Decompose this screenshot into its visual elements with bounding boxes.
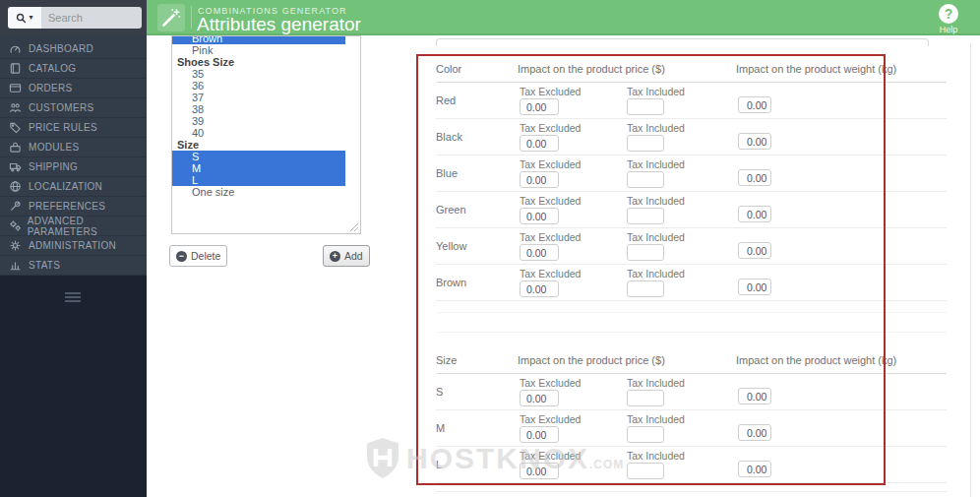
list-item[interactable]: S <box>172 151 345 162</box>
sidebar-item-stats[interactable]: STATS <box>0 256 147 276</box>
tax-excluded-input[interactable] <box>520 135 559 152</box>
search-input[interactable] <box>41 7 142 29</box>
tax-excluded-input[interactable] <box>520 98 559 115</box>
tax-excluded-input[interactable] <box>520 208 559 224</box>
sidebar-item-price-rules[interactable]: PRICE RULES <box>0 118 147 138</box>
weight-impact-input[interactable] <box>738 461 771 477</box>
tax-excluded-input[interactable] <box>520 171 559 188</box>
weight-impact-input[interactable] <box>738 279 771 295</box>
price-rules-icon <box>9 121 24 134</box>
sidebar-item-administration[interactable]: ADMINISTRATION <box>0 236 147 256</box>
tax-excluded-label: Tax Excluded <box>520 231 581 243</box>
price-impact-column-header: Impact on the product price ($) <box>518 347 665 374</box>
tax-excluded-input[interactable] <box>520 463 559 479</box>
tax-included-input[interactable] <box>627 98 664 115</box>
tax-included-input[interactable] <box>627 426 664 443</box>
tax-included-input[interactable] <box>627 244 664 261</box>
list-item[interactable]: 35 <box>172 68 345 80</box>
list-item[interactable]: Pink <box>172 44 345 56</box>
header-divider <box>191 6 192 29</box>
weight-impact-column-header: Impact on the product weight (kg) <box>736 56 896 83</box>
delete-button[interactable]: − Delete <box>169 245 227 267</box>
sidebar-item-label: MODULES <box>29 142 80 153</box>
orders-icon <box>9 82 24 94</box>
sidebar-item-orders[interactable]: ORDERS <box>0 79 147 98</box>
sidebar-item-advanced-parameters[interactable]: ADVANCED PARAMETERS <box>0 217 147 236</box>
collapse-menu-icon[interactable] <box>65 292 81 304</box>
modules-icon <box>9 141 24 154</box>
tax-included-input[interactable] <box>627 171 664 188</box>
search-icon <box>16 13 27 24</box>
sidebar-item-catalog[interactable]: CATALOG <box>0 59 147 79</box>
table-row: YellowTax ExcludedTax Included <box>436 228 947 265</box>
tax-included-input[interactable] <box>627 135 664 152</box>
tax-excluded-input[interactable] <box>520 426 559 443</box>
attribute-value-label: Red <box>436 83 456 118</box>
list-item[interactable]: M <box>172 162 345 174</box>
tax-included-input[interactable] <box>627 463 664 479</box>
page-header: COMBINATIONS GENERATOR Attributes genera… <box>147 0 980 35</box>
sidebar-item-preferences[interactable]: PREFERENCES <box>0 197 147 217</box>
preferences-icon <box>9 200 24 213</box>
table-row: RedTax ExcludedTax Included <box>436 83 947 119</box>
attribute-value-label: Yellow <box>436 228 466 264</box>
list-item[interactable]: 38 <box>172 103 345 115</box>
list-item[interactable]: 36 <box>172 80 345 92</box>
search-type-dropdown[interactable]: ▾ <box>8 7 41 29</box>
tax-excluded-input[interactable] <box>520 280 559 297</box>
weight-impact-input[interactable] <box>738 424 771 441</box>
panel-top-edge <box>436 38 929 46</box>
list-item[interactable]: 39 <box>172 115 345 127</box>
tax-included-input[interactable] <box>627 208 664 224</box>
list-item[interactable]: One size <box>172 186 345 198</box>
attribute-value-label: M <box>436 410 445 446</box>
table-row: GreenTax ExcludedTax Included <box>436 192 947 228</box>
list-item[interactable]: Brown <box>172 35 345 44</box>
plus-circle-icon: + <box>330 251 340 262</box>
tax-included-label: Tax Included <box>627 86 685 97</box>
tax-excluded-label: Tax Excluded <box>520 377 581 389</box>
table-row: BrownTax ExcludedTax Included <box>436 265 947 301</box>
weight-impact-input[interactable] <box>738 388 771 404</box>
weight-impact-input[interactable] <box>738 169 771 186</box>
tax-excluded-input[interactable] <box>520 390 559 406</box>
sidebar-item-modules[interactable]: MODULES <box>0 138 147 157</box>
table-header-row: SizeImpact on the product price ($)Impac… <box>436 347 947 374</box>
weight-impact-input[interactable] <box>738 96 771 113</box>
list-item[interactable]: L <box>172 174 345 186</box>
attributes-multiselect[interactable]: BrownPinkShoes Size353637383940SizeSMLOn… <box>171 35 361 234</box>
weight-impact-input[interactable] <box>738 242 771 259</box>
advanced-parameters-icon <box>9 219 23 232</box>
sidebar-item-dashboard[interactable]: DASHBOARD <box>0 39 147 59</box>
sidebar-item-shipping[interactable]: SHIPPING <box>0 157 147 177</box>
sidebar-item-label: ORDERS <box>29 83 73 93</box>
sidebar-item-label: DASHBOARD <box>29 43 93 54</box>
localization-icon <box>9 180 24 193</box>
weight-impact-input[interactable] <box>738 133 771 150</box>
list-item[interactable]: 37 <box>172 92 345 103</box>
tax-included-label: Tax Included <box>627 413 685 425</box>
help-button[interactable]: ? Help <box>928 4 969 34</box>
tax-excluded-input[interactable] <box>520 244 559 261</box>
list-item[interactable]: 40 <box>172 127 345 139</box>
minus-circle-icon: − <box>176 251 187 262</box>
chevron-down-icon: ▾ <box>29 14 32 22</box>
tax-included-input[interactable] <box>627 280 664 297</box>
attribute-value-label: Brown <box>436 265 466 300</box>
help-icon: ? <box>939 4 958 24</box>
customers-icon <box>9 101 24 114</box>
tax-included-label: Tax Included <box>627 158 685 170</box>
shipping-icon <box>9 160 24 173</box>
weight-impact-input[interactable] <box>738 206 771 222</box>
tax-included-label: Tax Included <box>627 195 685 207</box>
page-title: Attributes generator <box>197 14 361 35</box>
attribute-value-label: S <box>436 374 443 409</box>
resize-grip-icon[interactable] <box>349 222 359 232</box>
tax-included-input[interactable] <box>627 390 664 406</box>
table-row: MTax ExcludedTax Included <box>436 410 947 447</box>
separator-line <box>436 332 947 333</box>
sidebar-item-localization[interactable]: LOCALIZATION <box>0 177 147 197</box>
sidebar-item-customers[interactable]: CUSTOMERS <box>0 98 147 118</box>
table-row: LTax ExcludedTax Included <box>436 447 947 483</box>
add-button[interactable]: + Add <box>323 245 370 267</box>
